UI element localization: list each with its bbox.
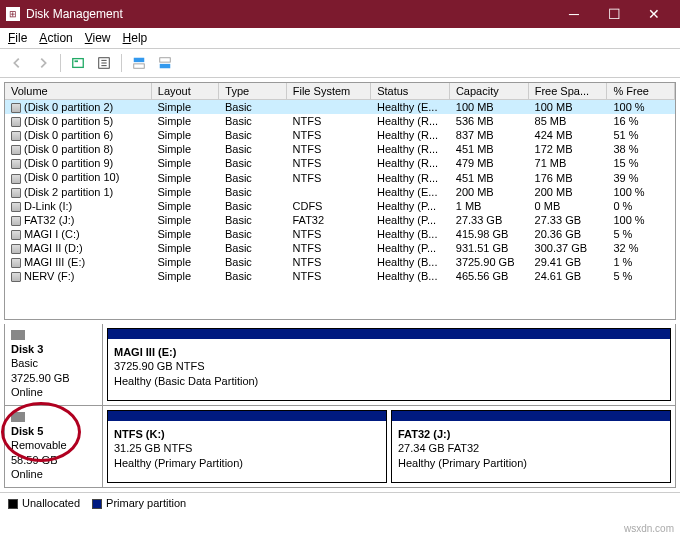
table-row[interactable]: FAT32 (J:)SimpleBasicFAT32Healthy (P...2…: [5, 213, 675, 227]
svg-rect-8: [160, 58, 171, 62]
column-header[interactable]: Free Spa...: [528, 83, 607, 100]
disk-icon: [11, 412, 25, 422]
window-title: Disk Management: [26, 7, 554, 21]
volume-icon: [11, 244, 21, 254]
svg-rect-1: [75, 60, 79, 62]
menu-help[interactable]: Help: [123, 31, 148, 45]
disk-graphical-view: Disk 3 Basic 3725.90 GB Online MAGI III …: [4, 324, 676, 488]
volume-icon: [11, 272, 21, 282]
volume-list[interactable]: VolumeLayoutTypeFile SystemStatusCapacit…: [4, 82, 676, 320]
unallocated-swatch: [8, 499, 18, 509]
volume-icon: [11, 188, 21, 198]
partition[interactable]: NTFS (K:) 31.25 GB NTFS Healthy (Primary…: [107, 410, 387, 483]
svg-rect-6: [134, 58, 145, 62]
close-button[interactable]: ✕: [634, 0, 674, 28]
disk-label[interactable]: Disk 5 Removable 58.59 GB Online: [5, 406, 103, 487]
volume-icon: [11, 103, 21, 113]
watermark: wsxdn.com: [624, 523, 674, 534]
svg-rect-0: [73, 59, 84, 68]
titlebar: ⊞ Disk Management ─ ☐ ✕: [0, 0, 680, 28]
properties-button[interactable]: [93, 52, 115, 74]
disk-partitions: NTFS (K:) 31.25 GB NTFS Healthy (Primary…: [103, 406, 675, 487]
partition[interactable]: FAT32 (J:) 27.34 GB FAT32 Healthy (Prima…: [391, 410, 671, 483]
table-row[interactable]: (Disk 0 partition 9)SimpleBasicNTFSHealt…: [5, 156, 675, 170]
volume-icon: [11, 159, 21, 169]
table-row[interactable]: (Disk 0 partition 2)SimpleBasicHealthy (…: [5, 100, 675, 114]
partition[interactable]: MAGI III (E:) 3725.90 GB NTFS Healthy (B…: [107, 328, 671, 401]
svg-rect-9: [160, 64, 171, 68]
partition-header: [108, 411, 386, 421]
volume-icon: [11, 117, 21, 127]
legend: Unallocated Primary partition: [0, 492, 680, 513]
column-header[interactable]: Type: [219, 83, 287, 100]
view-top-button[interactable]: [128, 52, 150, 74]
legend-primary: Primary partition: [106, 497, 186, 509]
volume-icon: [11, 258, 21, 268]
volume-icon: [11, 230, 21, 240]
column-header[interactable]: Capacity: [449, 83, 528, 100]
legend-unallocated: Unallocated: [22, 497, 80, 509]
app-icon: ⊞: [6, 7, 20, 21]
column-header[interactable]: Volume: [5, 83, 151, 100]
menu-view[interactable]: View: [85, 31, 111, 45]
column-header[interactable]: File System: [286, 83, 370, 100]
toolbar: [0, 49, 680, 78]
disk-label[interactable]: Disk 3 Basic 3725.90 GB Online: [5, 324, 103, 405]
table-header[interactable]: VolumeLayoutTypeFile SystemStatusCapacit…: [5, 83, 675, 100]
column-header[interactable]: % Free: [607, 83, 675, 100]
table-row[interactable]: (Disk 0 partition 5)SimpleBasicNTFSHealt…: [5, 114, 675, 128]
table-row[interactable]: MAGI III (E:)SimpleBasicNTFSHealthy (B..…: [5, 255, 675, 269]
column-header[interactable]: Layout: [151, 83, 219, 100]
disk-row[interactable]: Disk 3 Basic 3725.90 GB Online MAGI III …: [5, 324, 675, 405]
volume-icon: [11, 174, 21, 184]
table-row[interactable]: NERV (F:)SimpleBasicNTFSHealthy (B...465…: [5, 269, 675, 283]
volume-icon: [11, 202, 21, 212]
menu-action[interactable]: Action: [39, 31, 72, 45]
volume-icon: [11, 131, 21, 141]
table-row[interactable]: D-Link (I:)SimpleBasicCDFSHealthy (P...1…: [5, 199, 675, 213]
disk-row[interactable]: Disk 5 Removable 58.59 GB Online NTFS (K…: [5, 405, 675, 487]
back-button: [6, 52, 28, 74]
table-row[interactable]: MAGI I (C:)SimpleBasicNTFSHealthy (B...4…: [5, 227, 675, 241]
volume-icon: [11, 145, 21, 155]
partition-header: [108, 329, 670, 339]
column-header[interactable]: Status: [371, 83, 450, 100]
refresh-button[interactable]: [67, 52, 89, 74]
maximize-button[interactable]: ☐: [594, 0, 634, 28]
svg-rect-7: [134, 64, 145, 68]
table-row[interactable]: (Disk 0 partition 8)SimpleBasicNTFSHealt…: [5, 142, 675, 156]
primary-swatch: [92, 499, 102, 509]
table-row[interactable]: (Disk 0 partition 6)SimpleBasicNTFSHealt…: [5, 128, 675, 142]
volume-icon: [11, 216, 21, 226]
table-row[interactable]: (Disk 0 partition 10)SimpleBasicNTFSHeal…: [5, 170, 675, 184]
forward-button: [32, 52, 54, 74]
table-row[interactable]: MAGI II (D:)SimpleBasicNTFSHealthy (P...…: [5, 241, 675, 255]
minimize-button[interactable]: ─: [554, 0, 594, 28]
partition-header: [392, 411, 670, 421]
view-bottom-button[interactable]: [154, 52, 176, 74]
menu-file[interactable]: File: [8, 31, 27, 45]
disk-icon: [11, 330, 25, 340]
table-row[interactable]: (Disk 2 partition 1)SimpleBasicHealthy (…: [5, 185, 675, 199]
menubar: File Action View Help: [0, 28, 680, 49]
disk-partitions: MAGI III (E:) 3725.90 GB NTFS Healthy (B…: [103, 324, 675, 405]
